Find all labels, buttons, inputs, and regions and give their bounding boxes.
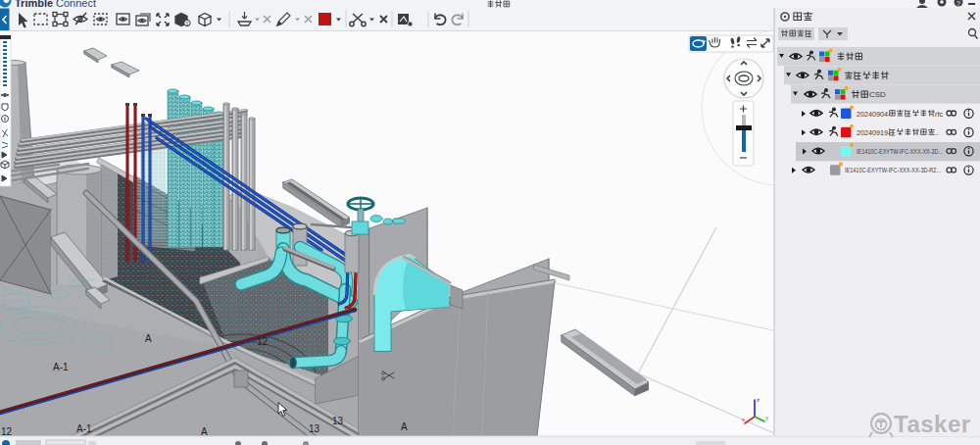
svg-text:20240904-: 20240904- bbox=[857, 110, 891, 119]
svg-text:z: z bbox=[757, 397, 760, 403]
svg-text:A: A bbox=[201, 426, 208, 437]
svg-text:Connect: Connect bbox=[56, 0, 96, 9]
svg-text:12: 12 bbox=[257, 336, 269, 347]
svg-text:12: 12 bbox=[1, 426, 13, 437]
svg-text:A: A bbox=[145, 333, 152, 344]
svg-text:Trimble: Trimble bbox=[15, 0, 53, 9]
svg-text:IE1410C-EXYTW-IFC-XXX-XX-3D...: IE1410C-EXYTW-IFC-XXX-XX-3D... bbox=[857, 147, 943, 156]
svg-text:...: ... bbox=[933, 128, 939, 137]
svg-text:?: ? bbox=[956, 0, 960, 7]
svg-text:S: S bbox=[186, 22, 189, 26]
svg-text:IE1410C-EXYTW-IFC-XXX-XX-3D-R2: IE1410C-EXYTW-IFC-XXX-XX-3D-R2... bbox=[845, 166, 941, 174]
svg-text:Tasker: Tasker bbox=[894, 411, 971, 437]
svg-text:13: 13 bbox=[309, 423, 320, 434]
svg-text:x: x bbox=[742, 417, 745, 422]
svg-text:A: A bbox=[401, 421, 408, 432]
svg-text:y: y bbox=[765, 415, 768, 420]
svg-text:A-1: A-1 bbox=[53, 362, 69, 372]
svg-text:A-1: A-1 bbox=[76, 423, 92, 434]
svg-text:13: 13 bbox=[332, 416, 344, 426]
svg-text:20240919-: 20240919- bbox=[857, 128, 891, 137]
svg-text:.rfc: .rfc bbox=[933, 110, 943, 119]
svg-text:CSD: CSD bbox=[869, 90, 886, 99]
